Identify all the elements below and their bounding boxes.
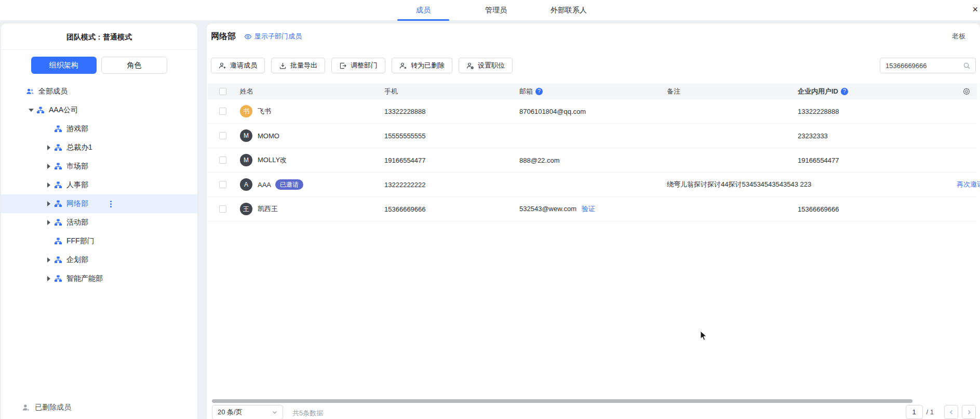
verify-email-link[interactable]: 验证 xyxy=(582,205,595,213)
caret-right-icon[interactable] xyxy=(47,145,50,150)
column-remark: 备注 xyxy=(667,87,798,96)
member-row: A AAA 已邀请 13222222222 绕弯儿翁探讨探讨44探讨534534… xyxy=(208,173,977,197)
tree-item-label: 总裁办1 xyxy=(66,143,92,152)
member-user-id: 23232333 xyxy=(798,132,943,140)
member-row: M MOLLY改 19166554477 888@22.com 19166554… xyxy=(208,148,977,173)
column-phone: 手机 xyxy=(384,87,519,96)
tree-item-label: 网络部 xyxy=(66,199,88,208)
eye-icon xyxy=(244,33,252,41)
member-user-id: 19166554477 xyxy=(798,156,943,164)
tree-item[interactable]: 总裁办1 xyxy=(1,138,197,157)
search-icon[interactable] xyxy=(963,62,971,70)
member-row: M MOMO 15555555555 23232333 xyxy=(208,124,977,148)
column-user-id: 企业内用户ID ? xyxy=(798,87,943,96)
tree-item[interactable]: 人事部 xyxy=(1,176,197,194)
department-icon xyxy=(54,181,62,189)
tree-item[interactable]: 活动部 xyxy=(1,213,197,232)
tab-group: 成员 管理员 外部联系人 xyxy=(387,0,605,21)
column-user-id-label: 企业内用户ID xyxy=(798,87,838,96)
caret-down-icon[interactable] xyxy=(29,109,34,112)
tree-caret[interactable] xyxy=(44,201,54,206)
adjust-department-button[interactable]: 调整部门 xyxy=(331,58,385,73)
tree-caret[interactable] xyxy=(44,220,54,225)
tree-caret[interactable] xyxy=(44,145,54,150)
set-position-button[interactable]: 设置职位 xyxy=(459,58,513,73)
role-button[interactable]: 角色 xyxy=(101,57,168,74)
member-user-id: 13322228888 xyxy=(798,108,943,115)
transfer-dept-icon xyxy=(339,62,347,70)
row-checkbox[interactable] xyxy=(219,181,226,188)
move-to-deleted-label: 转为已删除 xyxy=(411,61,445,70)
tree-item[interactable]: 企划部 xyxy=(1,251,197,269)
next-page-button[interactable] xyxy=(962,405,976,419)
tree-caret[interactable] xyxy=(44,276,54,281)
caret-right-icon[interactable] xyxy=(47,257,50,263)
invite-member-label: 邀请成员 xyxy=(230,61,257,70)
close-icon[interactable]: × xyxy=(972,4,978,15)
tree-item[interactable]: 智能产能部 xyxy=(1,269,197,288)
page-size-select[interactable]: 20 条/页 xyxy=(212,405,283,419)
tree-item[interactable]: 网络部 xyxy=(1,194,197,213)
tab-external-contacts[interactable]: 外部联系人 xyxy=(532,0,605,21)
row-checkbox[interactable] xyxy=(219,108,226,115)
deleted-person-icon xyxy=(22,403,30,412)
people-icon xyxy=(26,87,34,96)
more-menu-icon[interactable] xyxy=(110,203,112,205)
row-checkbox[interactable] xyxy=(219,205,226,213)
department-icon xyxy=(54,256,62,264)
member-phone: 13322228888 xyxy=(384,108,519,115)
column-settings-gear-icon[interactable] xyxy=(962,87,971,96)
tree-item[interactable]: FFF部门 xyxy=(1,232,197,251)
show-subdepartment-toggle[interactable]: 显示子部门成员 xyxy=(244,32,302,41)
horizontal-scrollbar[interactable] xyxy=(212,399,912,403)
org-sidebar: 团队模式：普通模式 组织架构 角色 全部成员 xyxy=(1,23,197,419)
tree-caret[interactable] xyxy=(26,109,36,112)
person-remove-icon xyxy=(399,62,407,70)
batch-export-button[interactable]: 批量导出 xyxy=(271,58,325,73)
column-email: 邮箱 ? xyxy=(519,87,667,96)
caret-right-icon[interactable] xyxy=(47,201,50,206)
department-icon xyxy=(54,143,62,152)
email-help-icon[interactable]: ? xyxy=(535,88,543,95)
tree-item[interactable]: AAA公司 xyxy=(1,101,197,120)
department-icon xyxy=(54,162,62,171)
select-all-checkbox[interactable] xyxy=(219,88,226,95)
owner-label: 老板 xyxy=(952,32,965,41)
member-search-box xyxy=(880,58,976,73)
user-id-help-icon[interactable]: ? xyxy=(841,88,848,95)
invite-member-button[interactable]: 邀请成员 xyxy=(211,58,265,73)
member-search-input[interactable] xyxy=(885,62,963,70)
member-phone: 15366669666 xyxy=(384,205,519,213)
tree-item-label: 人事部 xyxy=(66,180,88,190)
deleted-members-entry[interactable]: 已删除成员 xyxy=(1,396,197,419)
table-body: 书 飞书 13322228888 8706101804@qq.com 13322… xyxy=(208,99,977,221)
tree-item[interactable]: 市场部 xyxy=(1,157,197,176)
export-icon xyxy=(279,62,287,70)
member-row: 书 飞书 13322228888 8706101804@qq.com 13322… xyxy=(208,99,977,124)
member-avatar: A xyxy=(240,178,252,191)
tree-caret[interactable] xyxy=(44,257,54,263)
row-checkbox[interactable] xyxy=(219,132,226,139)
member-name: 飞书 xyxy=(258,107,271,116)
tab-members[interactable]: 成员 xyxy=(387,0,460,21)
member-avatar: 书 xyxy=(240,105,252,117)
member-phone: 19166554477 xyxy=(384,156,519,164)
tree-caret[interactable] xyxy=(44,164,54,169)
caret-right-icon[interactable] xyxy=(47,220,50,225)
department-icon xyxy=(54,125,62,133)
tree-item[interactable]: 游戏部 xyxy=(1,120,197,138)
caret-right-icon[interactable] xyxy=(47,182,50,188)
reinvite-link[interactable]: 再次邀请 xyxy=(957,180,980,188)
member-email: 532543@wew.com xyxy=(519,205,576,213)
tree-item[interactable]: 全部成员 xyxy=(1,82,197,101)
tree-caret[interactable] xyxy=(44,182,54,188)
caret-right-icon[interactable] xyxy=(47,164,50,169)
member-remark: 绕弯儿翁探讨探讨44探讨534534543543543 223 xyxy=(667,180,811,189)
caret-right-icon[interactable] xyxy=(47,276,50,281)
row-checkbox[interactable] xyxy=(219,156,226,164)
page-number-input[interactable] xyxy=(906,405,923,419)
previous-page-button[interactable] xyxy=(944,405,958,419)
move-to-deleted-button[interactable]: 转为已删除 xyxy=(392,58,452,73)
org-structure-button[interactable]: 组织架构 xyxy=(31,57,97,74)
tab-admins[interactable]: 管理员 xyxy=(460,0,532,21)
